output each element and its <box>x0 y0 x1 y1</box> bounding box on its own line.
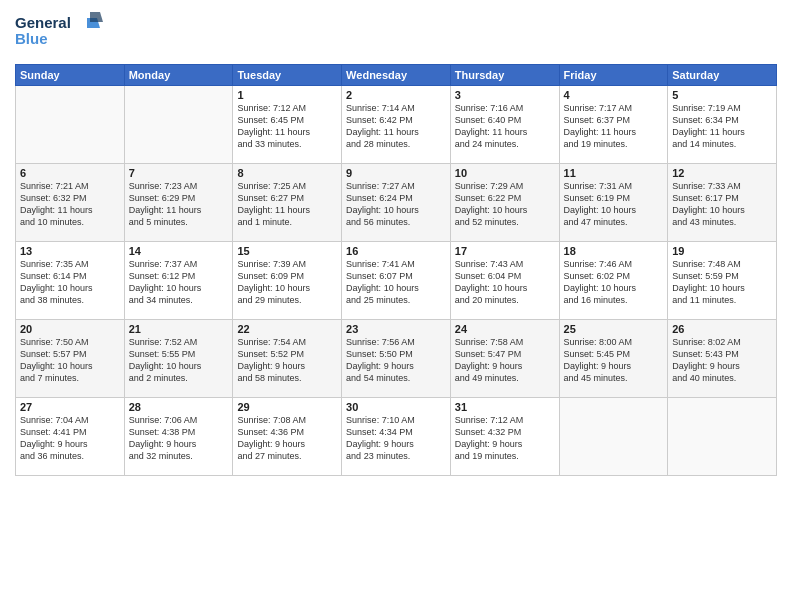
calendar-week-row: 6Sunrise: 7:21 AM Sunset: 6:32 PM Daylig… <box>16 164 777 242</box>
day-number: 18 <box>564 245 664 257</box>
day-info: Sunrise: 7:54 AM Sunset: 5:52 PM Dayligh… <box>237 336 337 385</box>
day-number: 21 <box>129 323 229 335</box>
column-header-saturday: Saturday <box>668 65 777 86</box>
day-number: 26 <box>672 323 772 335</box>
day-number: 4 <box>564 89 664 101</box>
calendar-cell: 21Sunrise: 7:52 AM Sunset: 5:55 PM Dayli… <box>124 320 233 398</box>
day-number: 7 <box>129 167 229 179</box>
day-info: Sunrise: 7:58 AM Sunset: 5:47 PM Dayligh… <box>455 336 555 385</box>
calendar-cell: 22Sunrise: 7:54 AM Sunset: 5:52 PM Dayli… <box>233 320 342 398</box>
calendar-cell: 9Sunrise: 7:27 AM Sunset: 6:24 PM Daylig… <box>342 164 451 242</box>
calendar-cell: 31Sunrise: 7:12 AM Sunset: 4:32 PM Dayli… <box>450 398 559 476</box>
calendar-week-row: 20Sunrise: 7:50 AM Sunset: 5:57 PM Dayli… <box>16 320 777 398</box>
calendar-cell: 1Sunrise: 7:12 AM Sunset: 6:45 PM Daylig… <box>233 86 342 164</box>
day-info: Sunrise: 7:14 AM Sunset: 6:42 PM Dayligh… <box>346 102 446 151</box>
day-number: 8 <box>237 167 337 179</box>
day-number: 22 <box>237 323 337 335</box>
calendar-cell: 6Sunrise: 7:21 AM Sunset: 6:32 PM Daylig… <box>16 164 125 242</box>
day-info: Sunrise: 7:48 AM Sunset: 5:59 PM Dayligh… <box>672 258 772 307</box>
day-info: Sunrise: 7:56 AM Sunset: 5:50 PM Dayligh… <box>346 336 446 385</box>
day-number: 2 <box>346 89 446 101</box>
day-info: Sunrise: 8:00 AM Sunset: 5:45 PM Dayligh… <box>564 336 664 385</box>
day-number: 6 <box>20 167 120 179</box>
day-number: 30 <box>346 401 446 413</box>
calendar-cell: 15Sunrise: 7:39 AM Sunset: 6:09 PM Dayli… <box>233 242 342 320</box>
column-header-sunday: Sunday <box>16 65 125 86</box>
calendar-week-row: 1Sunrise: 7:12 AM Sunset: 6:45 PM Daylig… <box>16 86 777 164</box>
calendar-week-row: 13Sunrise: 7:35 AM Sunset: 6:14 PM Dayli… <box>16 242 777 320</box>
column-header-tuesday: Tuesday <box>233 65 342 86</box>
calendar-cell: 23Sunrise: 7:56 AM Sunset: 5:50 PM Dayli… <box>342 320 451 398</box>
calendar-cell <box>668 398 777 476</box>
day-number: 5 <box>672 89 772 101</box>
calendar-cell: 16Sunrise: 7:41 AM Sunset: 6:07 PM Dayli… <box>342 242 451 320</box>
day-number: 29 <box>237 401 337 413</box>
day-info: Sunrise: 7:37 AM Sunset: 6:12 PM Dayligh… <box>129 258 229 307</box>
calendar-week-row: 27Sunrise: 7:04 AM Sunset: 4:41 PM Dayli… <box>16 398 777 476</box>
day-info: Sunrise: 7:12 AM Sunset: 6:45 PM Dayligh… <box>237 102 337 151</box>
calendar-cell: 11Sunrise: 7:31 AM Sunset: 6:19 PM Dayli… <box>559 164 668 242</box>
day-info: Sunrise: 7:52 AM Sunset: 5:55 PM Dayligh… <box>129 336 229 385</box>
calendar-cell: 4Sunrise: 7:17 AM Sunset: 6:37 PM Daylig… <box>559 86 668 164</box>
calendar-cell: 30Sunrise: 7:10 AM Sunset: 4:34 PM Dayli… <box>342 398 451 476</box>
header: General Blue <box>15 10 777 56</box>
calendar-cell: 14Sunrise: 7:37 AM Sunset: 6:12 PM Dayli… <box>124 242 233 320</box>
calendar-cell: 29Sunrise: 7:08 AM Sunset: 4:36 PM Dayli… <box>233 398 342 476</box>
day-info: Sunrise: 7:31 AM Sunset: 6:19 PM Dayligh… <box>564 180 664 229</box>
logo-icon: General Blue <box>15 10 105 52</box>
day-info: Sunrise: 7:43 AM Sunset: 6:04 PM Dayligh… <box>455 258 555 307</box>
svg-text:General: General <box>15 14 71 31</box>
day-number: 25 <box>564 323 664 335</box>
day-number: 12 <box>672 167 772 179</box>
calendar-cell: 17Sunrise: 7:43 AM Sunset: 6:04 PM Dayli… <box>450 242 559 320</box>
day-number: 19 <box>672 245 772 257</box>
calendar-cell: 5Sunrise: 7:19 AM Sunset: 6:34 PM Daylig… <box>668 86 777 164</box>
calendar-cell: 8Sunrise: 7:25 AM Sunset: 6:27 PM Daylig… <box>233 164 342 242</box>
day-info: Sunrise: 7:17 AM Sunset: 6:37 PM Dayligh… <box>564 102 664 151</box>
day-info: Sunrise: 7:46 AM Sunset: 6:02 PM Dayligh… <box>564 258 664 307</box>
day-info: Sunrise: 7:23 AM Sunset: 6:29 PM Dayligh… <box>129 180 229 229</box>
day-number: 9 <box>346 167 446 179</box>
calendar-cell: 19Sunrise: 7:48 AM Sunset: 5:59 PM Dayli… <box>668 242 777 320</box>
day-number: 20 <box>20 323 120 335</box>
day-info: Sunrise: 7:10 AM Sunset: 4:34 PM Dayligh… <box>346 414 446 463</box>
day-info: Sunrise: 7:39 AM Sunset: 6:09 PM Dayligh… <box>237 258 337 307</box>
svg-marker-3 <box>90 12 103 22</box>
day-info: Sunrise: 8:02 AM Sunset: 5:43 PM Dayligh… <box>672 336 772 385</box>
day-info: Sunrise: 7:50 AM Sunset: 5:57 PM Dayligh… <box>20 336 120 385</box>
day-number: 17 <box>455 245 555 257</box>
day-number: 28 <box>129 401 229 413</box>
day-info: Sunrise: 7:41 AM Sunset: 6:07 PM Dayligh… <box>346 258 446 307</box>
column-header-wednesday: Wednesday <box>342 65 451 86</box>
day-info: Sunrise: 7:35 AM Sunset: 6:14 PM Dayligh… <box>20 258 120 307</box>
calendar-cell: 26Sunrise: 8:02 AM Sunset: 5:43 PM Dayli… <box>668 320 777 398</box>
day-number: 11 <box>564 167 664 179</box>
calendar-cell: 27Sunrise: 7:04 AM Sunset: 4:41 PM Dayli… <box>16 398 125 476</box>
day-info: Sunrise: 7:25 AM Sunset: 6:27 PM Dayligh… <box>237 180 337 229</box>
calendar-cell: 28Sunrise: 7:06 AM Sunset: 4:38 PM Dayli… <box>124 398 233 476</box>
page: General Blue SundayMondayTuesdayWednesda… <box>0 0 792 612</box>
calendar-cell: 20Sunrise: 7:50 AM Sunset: 5:57 PM Dayli… <box>16 320 125 398</box>
day-number: 1 <box>237 89 337 101</box>
day-number: 10 <box>455 167 555 179</box>
day-number: 15 <box>237 245 337 257</box>
day-info: Sunrise: 7:29 AM Sunset: 6:22 PM Dayligh… <box>455 180 555 229</box>
day-number: 3 <box>455 89 555 101</box>
calendar-cell: 25Sunrise: 8:00 AM Sunset: 5:45 PM Dayli… <box>559 320 668 398</box>
day-info: Sunrise: 7:16 AM Sunset: 6:40 PM Dayligh… <box>455 102 555 151</box>
day-number: 27 <box>20 401 120 413</box>
calendar-cell: 7Sunrise: 7:23 AM Sunset: 6:29 PM Daylig… <box>124 164 233 242</box>
day-number: 16 <box>346 245 446 257</box>
day-number: 31 <box>455 401 555 413</box>
column-header-friday: Friday <box>559 65 668 86</box>
calendar-cell: 24Sunrise: 7:58 AM Sunset: 5:47 PM Dayli… <box>450 320 559 398</box>
column-header-thursday: Thursday <box>450 65 559 86</box>
day-info: Sunrise: 7:33 AM Sunset: 6:17 PM Dayligh… <box>672 180 772 229</box>
day-info: Sunrise: 7:19 AM Sunset: 6:34 PM Dayligh… <box>672 102 772 151</box>
calendar-cell <box>124 86 233 164</box>
day-number: 23 <box>346 323 446 335</box>
calendar-cell <box>559 398 668 476</box>
logo: General Blue <box>15 10 105 56</box>
day-info: Sunrise: 7:27 AM Sunset: 6:24 PM Dayligh… <box>346 180 446 229</box>
day-info: Sunrise: 7:06 AM Sunset: 4:38 PM Dayligh… <box>129 414 229 463</box>
